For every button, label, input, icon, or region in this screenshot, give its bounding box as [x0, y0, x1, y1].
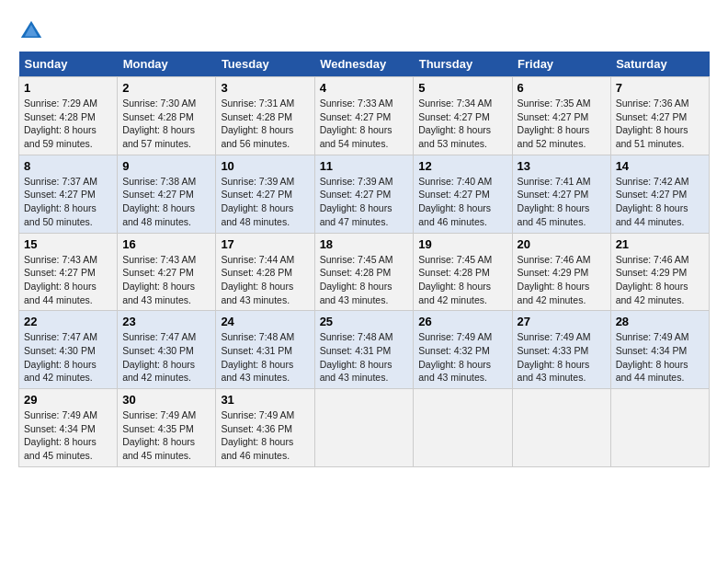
calendar-table: SundayMondayTuesdayWednesdayThursdayFrid… [18, 52, 710, 467]
calendar-cell: 14 Sunrise: 7:42 AM Sunset: 4:27 PM Dayl… [610, 155, 709, 233]
day-number: 8 [24, 159, 112, 173]
calendar-cell: 13 Sunrise: 7:41 AM Sunset: 4:27 PM Dayl… [512, 155, 610, 233]
calendar-cell: 21 Sunrise: 7:46 AM Sunset: 4:29 PM Dayl… [610, 233, 709, 311]
calendar-week-row: 22 Sunrise: 7:47 AM Sunset: 4:30 PM Dayl… [19, 311, 710, 389]
day-number: 24 [221, 315, 309, 328]
weekday-header-row: SundayMondayTuesdayWednesdayThursdayFrid… [19, 52, 710, 77]
calendar-cell: 3 Sunrise: 7:31 AM Sunset: 4:28 PM Dayli… [216, 77, 314, 155]
day-number: 3 [221, 81, 309, 95]
calendar-cell: 25 Sunrise: 7:48 AM Sunset: 4:31 PM Dayl… [314, 311, 414, 389]
calendar-cell [314, 389, 414, 467]
calendar-cell: 17 Sunrise: 7:44 AM Sunset: 4:28 PM Dayl… [216, 233, 314, 311]
day-number: 26 [418, 315, 506, 328]
day-info: Sunrise: 7:41 AM Sunset: 4:27 PM Dayligh… [518, 175, 606, 229]
calendar-cell: 8 Sunrise: 7:37 AM Sunset: 4:27 PM Dayli… [19, 155, 118, 233]
day-info: Sunrise: 7:46 AM Sunset: 4:29 PM Dayligh… [518, 253, 606, 307]
day-number: 22 [24, 315, 112, 328]
weekday-header-sunday: Sunday [19, 52, 118, 77]
weekday-header-monday: Monday [118, 52, 216, 77]
calendar-cell: 20 Sunrise: 7:46 AM Sunset: 4:29 PM Dayl… [512, 233, 610, 311]
day-info: Sunrise: 7:39 AM Sunset: 4:27 PM Dayligh… [221, 175, 309, 229]
day-number: 19 [418, 237, 506, 251]
calendar-cell: 9 Sunrise: 7:38 AM Sunset: 4:27 PM Dayli… [118, 155, 216, 233]
day-number: 20 [518, 237, 606, 251]
day-number: 27 [518, 315, 606, 328]
calendar-cell: 24 Sunrise: 7:48 AM Sunset: 4:31 PM Dayl… [216, 311, 314, 389]
calendar-cell: 16 Sunrise: 7:43 AM Sunset: 4:27 PM Dayl… [118, 233, 216, 311]
calendar-cell: 6 Sunrise: 7:35 AM Sunset: 4:27 PM Dayli… [512, 77, 610, 155]
calendar-cell: 7 Sunrise: 7:36 AM Sunset: 4:27 PM Dayli… [610, 77, 709, 155]
calendar-cell: 5 Sunrise: 7:34 AM Sunset: 4:27 PM Dayli… [414, 77, 512, 155]
calendar-cell: 22 Sunrise: 7:47 AM Sunset: 4:30 PM Dayl… [19, 311, 118, 389]
calendar-cell [414, 389, 512, 467]
day-info: Sunrise: 7:49 AM Sunset: 4:34 PM Dayligh… [616, 330, 704, 385]
day-info: Sunrise: 7:48 AM Sunset: 4:31 PM Dayligh… [221, 330, 309, 385]
calendar-cell: 28 Sunrise: 7:49 AM Sunset: 4:34 PM Dayl… [610, 311, 709, 389]
calendar-week-row: 8 Sunrise: 7:37 AM Sunset: 4:27 PM Dayli… [19, 155, 710, 233]
calendar-cell: 4 Sunrise: 7:33 AM Sunset: 4:27 PM Dayli… [314, 77, 414, 155]
day-info: Sunrise: 7:38 AM Sunset: 4:27 PM Dayligh… [122, 175, 210, 229]
day-number: 4 [320, 81, 409, 95]
calendar-cell: 27 Sunrise: 7:49 AM Sunset: 4:33 PM Dayl… [512, 311, 610, 389]
day-info: Sunrise: 7:44 AM Sunset: 4:28 PM Dayligh… [221, 253, 309, 307]
day-info: Sunrise: 7:49 AM Sunset: 4:36 PM Dayligh… [221, 408, 309, 463]
calendar-cell: 10 Sunrise: 7:39 AM Sunset: 4:27 PM Dayl… [216, 155, 314, 233]
calendar-week-row: 15 Sunrise: 7:43 AM Sunset: 4:27 PM Dayl… [19, 233, 710, 311]
calendar-cell: 18 Sunrise: 7:45 AM Sunset: 4:28 PM Dayl… [314, 233, 414, 311]
calendar-cell: 12 Sunrise: 7:40 AM Sunset: 4:27 PM Dayl… [414, 155, 512, 233]
day-number: 15 [24, 237, 112, 251]
day-info: Sunrise: 7:45 AM Sunset: 4:28 PM Dayligh… [320, 253, 409, 307]
day-info: Sunrise: 7:29 AM Sunset: 4:28 PM Dayligh… [24, 97, 112, 151]
weekday-header-friday: Friday [512, 52, 610, 77]
day-number: 17 [221, 237, 309, 251]
day-number: 30 [122, 393, 210, 407]
day-info: Sunrise: 7:34 AM Sunset: 4:27 PM Dayligh… [418, 97, 506, 151]
day-number: 9 [122, 159, 210, 173]
weekday-header-wednesday: Wednesday [314, 52, 414, 77]
calendar-cell: 19 Sunrise: 7:45 AM Sunset: 4:28 PM Dayl… [414, 233, 512, 311]
day-info: Sunrise: 7:45 AM Sunset: 4:28 PM Dayligh… [418, 253, 506, 307]
day-number: 21 [616, 237, 704, 251]
day-number: 13 [518, 159, 606, 173]
day-number: 29 [24, 393, 112, 407]
day-info: Sunrise: 7:49 AM Sunset: 4:35 PM Dayligh… [122, 408, 210, 463]
day-number: 1 [24, 81, 112, 95]
weekday-header-saturday: Saturday [610, 52, 709, 77]
day-info: Sunrise: 7:43 AM Sunset: 4:27 PM Dayligh… [122, 253, 210, 307]
calendar-cell: 1 Sunrise: 7:29 AM Sunset: 4:28 PM Dayli… [19, 77, 118, 155]
calendar-cell: 23 Sunrise: 7:47 AM Sunset: 4:30 PM Dayl… [118, 311, 216, 389]
calendar-cell: 11 Sunrise: 7:39 AM Sunset: 4:27 PM Dayl… [314, 155, 414, 233]
day-info: Sunrise: 7:30 AM Sunset: 4:28 PM Dayligh… [122, 97, 210, 151]
weekday-header-tuesday: Tuesday [216, 52, 314, 77]
calendar-cell: 2 Sunrise: 7:30 AM Sunset: 4:28 PM Dayli… [118, 77, 216, 155]
day-info: Sunrise: 7:36 AM Sunset: 4:27 PM Dayligh… [616, 97, 704, 151]
day-number: 14 [616, 159, 704, 173]
day-number: 18 [320, 237, 409, 251]
day-number: 25 [320, 315, 409, 328]
calendar-cell: 31 Sunrise: 7:49 AM Sunset: 4:36 PM Dayl… [216, 389, 314, 467]
day-number: 5 [418, 81, 506, 95]
day-info: Sunrise: 7:49 AM Sunset: 4:34 PM Dayligh… [24, 408, 112, 463]
day-info: Sunrise: 7:40 AM Sunset: 4:27 PM Dayligh… [418, 175, 506, 229]
day-number: 12 [418, 159, 506, 173]
day-info: Sunrise: 7:47 AM Sunset: 4:30 PM Dayligh… [24, 330, 112, 385]
day-number: 10 [221, 159, 309, 173]
calendar-cell [512, 389, 610, 467]
logo [18, 18, 48, 44]
day-number: 7 [616, 81, 704, 95]
day-info: Sunrise: 7:37 AM Sunset: 4:27 PM Dayligh… [24, 175, 112, 229]
day-info: Sunrise: 7:33 AM Sunset: 4:27 PM Dayligh… [320, 97, 409, 151]
calendar-week-row: 29 Sunrise: 7:49 AM Sunset: 4:34 PM Dayl… [19, 389, 710, 467]
calendar-week-row: 1 Sunrise: 7:29 AM Sunset: 4:28 PM Dayli… [19, 77, 710, 155]
day-info: Sunrise: 7:43 AM Sunset: 4:27 PM Dayligh… [24, 253, 112, 307]
day-number: 11 [320, 159, 409, 173]
day-info: Sunrise: 7:31 AM Sunset: 4:28 PM Dayligh… [221, 97, 309, 151]
day-number: 2 [122, 81, 210, 95]
day-info: Sunrise: 7:35 AM Sunset: 4:27 PM Dayligh… [518, 97, 606, 151]
day-number: 16 [122, 237, 210, 251]
logo-icon [18, 18, 44, 44]
day-number: 31 [221, 393, 309, 407]
day-info: Sunrise: 7:49 AM Sunset: 4:32 PM Dayligh… [418, 330, 506, 385]
calendar-cell [610, 389, 709, 467]
calendar-cell: 29 Sunrise: 7:49 AM Sunset: 4:34 PM Dayl… [19, 389, 118, 467]
